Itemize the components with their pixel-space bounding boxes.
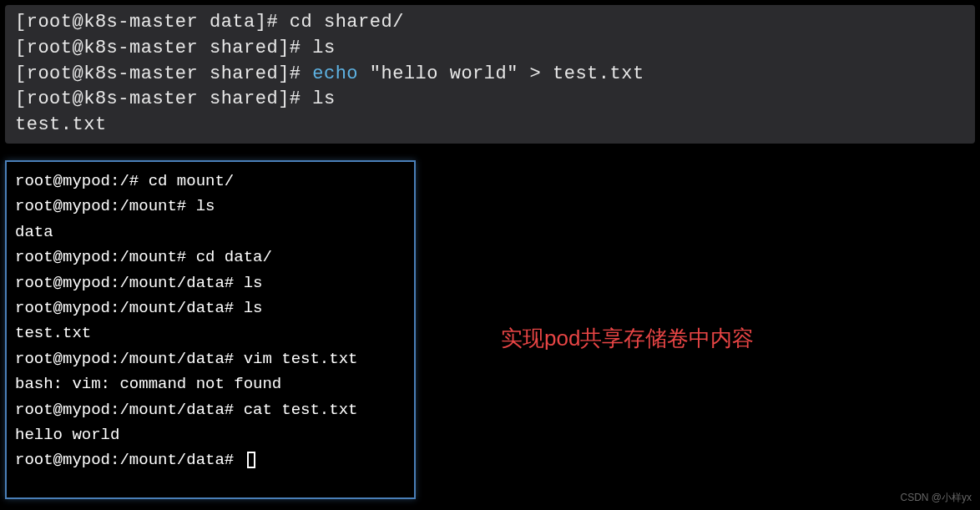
pod-terminal: root@mypod:/# cd mount/ root@mypod:/moun… [5, 160, 416, 499]
terminal-output: test.txt [15, 321, 406, 346]
terminal-output: bash: vim: command not found [15, 371, 406, 396]
terminal-line: [root@k8s-master shared]# ls [15, 36, 965, 62]
terminal-line: [root@k8s-master shared]# echo "hello wo… [15, 62, 965, 88]
terminal-line: [root@k8s-master shared]# ls [15, 87, 965, 113]
terminal-line: root@mypod:/mount/data# ls [15, 270, 406, 295]
terminal-line: root@mypod:/mount/data# cat test.txt [15, 397, 406, 422]
master-terminal: [root@k8s-master data]# cd shared/ [root… [5, 5, 975, 144]
terminal-line: [root@k8s-master data]# cd shared/ [15, 10, 965, 36]
terminal-line: root@mypod:/mount# ls [15, 194, 406, 219]
terminal-line: root@mypod:/mount/data# vim test.txt [15, 346, 406, 371]
terminal-output: hello world [15, 422, 406, 447]
terminal-line: root@mypod:/mount/data# ls [15, 295, 406, 321]
watermark-label: CSDN @小样yx [900, 491, 972, 505]
terminal-output: test.txt [15, 113, 965, 139]
terminal-line: root@mypod:/mount/data# [15, 447, 406, 472]
cursor-icon [247, 452, 255, 468]
annotation-label: 实现pod共享存储卷中内容 [501, 324, 754, 353]
terminal-output: data [15, 220, 406, 245]
terminal-line: root@mypod:/# cd mount/ [15, 169, 406, 194]
terminal-line: root@mypod:/mount# cd data/ [15, 245, 406, 270]
